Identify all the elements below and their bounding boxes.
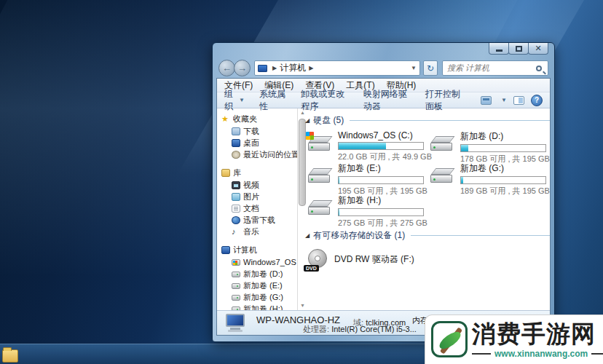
dvd-badge: DVD <box>304 265 319 272</box>
dvd-drive-tile[interactable]: DVD DVD RW 驱动器 (F:) <box>307 248 550 270</box>
drive-tile-g[interactable]: 新加卷 (G:) 189 GB 可用 , 共 195 GB <box>429 162 550 194</box>
search-box[interactable]: 搜索 计算机 <box>442 60 548 76</box>
usage-bar <box>460 144 546 152</box>
window-body: 文件(F) 编辑(E) 查看(V) 工具(T) 帮助(H) 组织▼ 系统属性 卸… <box>216 78 551 336</box>
sidebar-libraries[interactable]: 库 <box>221 167 297 179</box>
dvd-drive-icon: DVD <box>307 248 328 270</box>
group-rule <box>350 120 550 121</box>
sidebar-item-videos[interactable]: 视频 <box>221 179 297 191</box>
minimize-button[interactable] <box>489 43 509 55</box>
usage-bar <box>338 142 424 150</box>
sidebar-item-drive-c[interactable]: Windows7_OS (C:) <box>221 256 297 268</box>
sidebar-item-pictures[interactable]: 图片 <box>221 191 297 202</box>
drive-tile-c[interactable]: Windows7_OS (C:) 22.0 GB 可用 , 共 49.9 GB <box>307 130 429 162</box>
drive-tile-h[interactable]: 新加卷 (H:) 275 GB 可用 , 共 275 GB <box>307 194 429 226</box>
breadcrumb-separator-icon: ▶ <box>272 65 277 71</box>
star-icon: ★ <box>221 115 230 123</box>
navigation-bar: ← → ▶ 计算机 ▶ ▼ ↻ 搜索 计算机 <box>216 59 551 78</box>
drive-icon <box>232 272 240 277</box>
group-header-hard-disks[interactable]: ◢ 硬盘 (5) <box>305 114 550 126</box>
taskbar-folder-icon[interactable] <box>2 349 18 363</box>
back-arrow-icon: ← <box>222 63 232 74</box>
forward-button[interactable]: → <box>234 60 251 76</box>
videos-icon <box>232 181 240 189</box>
chevron-down-icon[interactable]: ▼ <box>501 97 507 103</box>
title-bar[interactable]: ✕ <box>213 43 554 60</box>
refresh-icon: ↻ <box>427 63 434 74</box>
sidebar-item-thunder-downloads[interactable]: 迅雷下载 <box>221 214 297 226</box>
thunder-icon <box>232 216 240 224</box>
watermark-logo-icon <box>431 321 468 357</box>
collapse-triangle-icon[interactable]: ◢ <box>305 117 310 124</box>
address-bar[interactable]: ▶ 计算机 ▶ ▼ <box>254 60 420 76</box>
minimize-icon <box>496 50 502 52</box>
hdd-icon <box>307 165 333 187</box>
watermark-rule <box>472 353 491 355</box>
downloads-folder-icon <box>232 127 240 135</box>
sidebar-item-drive-d[interactable]: 新加卷 (D:) <box>221 268 297 280</box>
drive-icon <box>232 295 240 301</box>
sidebar-item-documents[interactable]: 文档 <box>221 202 297 214</box>
usage-bar <box>338 176 424 184</box>
maximize-icon <box>516 46 522 52</box>
drive-tile-e[interactable]: 新加卷 (E:) 195 GB 可用 , 共 195 GB <box>307 162 429 194</box>
sidebar-item-music[interactable]: ♪ 音乐 <box>221 226 297 237</box>
command-bar: 组织▼ 系统属性 卸载或更改程序 映射网络驱动器 打开控制面板 ▼ ? <box>217 92 550 108</box>
back-button[interactable]: ← <box>218 60 235 76</box>
hdd-icon <box>307 197 333 219</box>
close-icon: ✕ <box>535 44 541 52</box>
sidebar-item-downloads[interactable]: 下载 <box>221 125 297 137</box>
sidebar-item-drive-e[interactable]: 新加卷 (E:) <box>221 280 297 291</box>
watermark-rule <box>591 353 603 355</box>
refresh-button[interactable]: ↻ <box>423 60 438 76</box>
hdd-icon <box>307 133 333 155</box>
computer-icon <box>258 65 267 72</box>
chevron-down-icon: ▼ <box>239 97 245 103</box>
libraries-icon <box>221 169 230 177</box>
drive-tile-d[interactable]: 新加卷 (D:) 178 GB 可用 , 共 195 GB <box>429 130 550 162</box>
usage-bar <box>460 176 546 184</box>
watermark-panel: 消费手游网 www.xinnanwang.com <box>425 314 603 364</box>
search-placeholder: 搜索 计算机 <box>447 63 536 74</box>
recent-places-icon <box>232 151 240 159</box>
windows-flag-icon <box>306 132 314 140</box>
hdd-icon <box>429 133 455 155</box>
navigation-pane: ★ 收藏夹 下载 桌面 最近访问的位置 <box>217 108 297 310</box>
watermark-title: 消费手游网 <box>472 318 596 351</box>
music-note-icon: ♪ <box>232 228 240 236</box>
computer-icon <box>223 313 249 333</box>
processor-value: Intel(R) Core(TM) i5-3... <box>331 325 417 333</box>
sidebar-item-desktop[interactable]: 桌面 <box>221 137 297 149</box>
maximize-button[interactable] <box>508 43 529 55</box>
close-button[interactable]: ✕ <box>528 43 548 55</box>
computer-icon <box>221 246 230 254</box>
sidebar-computer[interactable]: 计算机 <box>221 244 297 256</box>
explorer-window: ✕ ← → ▶ 计算机 ▶ ▼ ↻ 搜索 计算机 文件(F) 编辑(E) <box>212 42 555 342</box>
preview-pane-icon[interactable] <box>513 96 524 105</box>
forward-arrow-icon: → <box>237 63 247 74</box>
pictures-icon <box>232 193 240 201</box>
sidebar-item-drive-g[interactable]: 新加卷 (G:) <box>221 291 297 303</box>
os-drive-icon <box>232 259 240 266</box>
usage-bar <box>338 208 424 216</box>
documents-icon <box>232 205 240 213</box>
group-rule <box>411 235 550 236</box>
desktop: ✕ ← → ▶ 计算机 ▶ ▼ ↻ 搜索 计算机 文件(F) 编辑(E) <box>0 0 603 364</box>
drive-icon <box>232 283 240 289</box>
watermark-url: www.xinnanwang.com <box>494 349 588 359</box>
change-view-icon[interactable] <box>481 96 492 105</box>
hdd-icon <box>429 165 455 187</box>
breadcrumb-separator-icon: ▶ <box>309 65 313 71</box>
breadcrumb-computer[interactable]: 计算机 <box>280 62 306 74</box>
collapse-triangle-icon[interactable]: ◢ <box>305 232 310 239</box>
sidebar-item-drive-h[interactable]: 新加卷 (H:) <box>221 303 297 310</box>
group-header-removable[interactable]: ◢ 有可移动存储的设备 (1) <box>305 229 550 241</box>
sidebar-favorites[interactable]: ★ 收藏夹 <box>221 113 297 125</box>
help-icon[interactable]: ? <box>531 95 543 106</box>
processor-label: 处理器: <box>303 325 329 333</box>
desktop-icon <box>232 139 240 147</box>
items-view: ◢ 硬盘 (5) Windows7_OS (C:) 22.0 GB 可用 , 共… <box>298 108 550 310</box>
sidebar-item-recent-places[interactable]: 最近访问的位置 <box>221 149 297 160</box>
search-icon <box>536 66 542 71</box>
address-dropdown-icon[interactable]: ▼ <box>411 65 417 71</box>
